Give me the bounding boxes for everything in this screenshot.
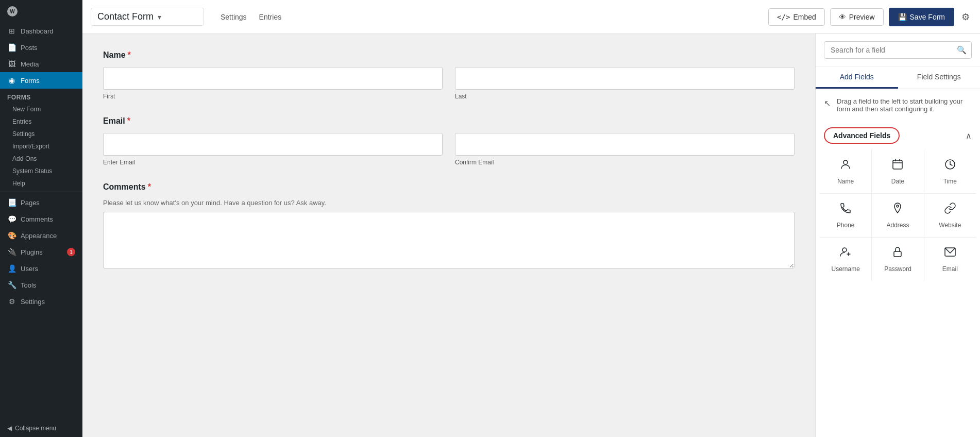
sidebar-item-label: Posts <box>21 44 38 52</box>
field-item-address[interactable]: Address <box>872 194 923 237</box>
phone-field-icon <box>839 202 852 217</box>
field-phone-label: Phone <box>837 222 855 229</box>
gear-button[interactable]: ⚙ <box>959 9 972 25</box>
tab-add-fields[interactable]: Add Fields <box>816 66 898 89</box>
sidebar-logo: W <box>0 0 82 23</box>
drag-hint-text: Drag a field to the left to start buildi… <box>837 97 972 113</box>
settings-icon: ⚙ <box>7 297 16 306</box>
search-field-container: 🔍 <box>816 34 980 66</box>
sidebar-item-label: Comments <box>21 215 53 223</box>
chevron-down-icon: ▾ <box>158 13 161 21</box>
plugins-icon: 🔌 <box>7 248 16 256</box>
field-name-label: Name <box>837 178 854 185</box>
field-item-username[interactable]: Username <box>820 238 871 281</box>
sidebar-item-users[interactable]: 👤 Users <box>0 260 82 277</box>
form-name-label: Contact Form <box>97 11 154 22</box>
email-confirm-sublabel: Confirm Email <box>455 159 795 166</box>
drag-hint: ↖ Drag a field to the left to start buil… <box>816 89 980 121</box>
field-item-date[interactable]: Date <box>872 150 923 193</box>
sidebar-item-comments[interactable]: 💬 Comments <box>0 211 82 227</box>
sidebar-item-dashboard[interactable]: ⊞ Dashboard <box>0 23 82 39</box>
sidebar-item-label: Appearance <box>21 232 57 240</box>
sidebar-sub-new-form[interactable]: New Form <box>0 103 82 115</box>
comments-field-label: Comments* <box>103 182 795 192</box>
email-confirm-input[interactable] <box>455 133 795 156</box>
right-panel: 🔍 Add Fields Field Settings ↖ Drag a fie… <box>815 34 980 437</box>
main-area: Contact Form ▾ Settings Entries </> Embe… <box>82 0 980 437</box>
fields-grid: Name Date Time <box>820 150 976 281</box>
preview-button[interactable]: 👁 Preview <box>830 8 884 26</box>
sidebar-item-settings[interactable]: ⚙ Settings <box>0 293 82 310</box>
sidebar-sub-settings[interactable]: Settings <box>0 128 82 140</box>
pages-icon: 📃 <box>7 198 16 207</box>
svg-point-6 <box>897 205 899 207</box>
sidebar-sub-import-export[interactable]: Import/Export <box>0 140 82 153</box>
sidebar-item-appearance[interactable]: 🎨 Appearance <box>0 227 82 244</box>
collapse-advanced-fields-icon[interactable]: ∧ <box>966 131 972 141</box>
sidebar-item-label: Plugins <box>21 248 43 256</box>
sidebar-sub-help[interactable]: Help <box>0 177 82 190</box>
field-item-phone[interactable]: Phone <box>820 194 871 237</box>
embed-code-icon: </> <box>777 13 790 21</box>
save-button[interactable]: 💾 Save Form <box>889 8 954 26</box>
email-confirm-col: Confirm Email <box>455 133 795 166</box>
address-field-icon <box>891 202 904 217</box>
sidebar-item-posts[interactable]: 📄 Posts <box>0 39 82 56</box>
field-item-website[interactable]: Website <box>924 194 976 237</box>
name-row: First Last <box>103 67 795 100</box>
field-item-name[interactable]: Name <box>820 150 871 193</box>
field-item-time[interactable]: Time <box>924 150 976 193</box>
comments-description: Please let us know what's on your mind. … <box>103 199 795 207</box>
website-field-icon <box>944 202 956 217</box>
field-address-label: Address <box>886 222 909 229</box>
name-first-col: First <box>103 67 443 100</box>
field-date-label: Date <box>891 178 904 185</box>
email-section: Email* Enter Email Confirm Email <box>103 116 795 166</box>
gear-icon: ⚙ <box>961 12 970 22</box>
search-field-wrapper: 🔍 <box>824 41 972 59</box>
sidebar-item-label: Dashboard <box>21 27 54 35</box>
sidebar-sub-entries[interactable]: Entries <box>0 115 82 128</box>
name-last-input[interactable] <box>455 67 795 90</box>
svg-point-7 <box>842 248 847 252</box>
svg-point-0 <box>843 160 848 164</box>
topbar-settings-link[interactable]: Settings <box>221 11 247 23</box>
save-icon: 💾 <box>898 13 907 21</box>
sidebar-item-media[interactable]: 🖼 Media <box>0 56 82 72</box>
cursor-icon: ↖ <box>824 98 831 108</box>
search-field-input[interactable] <box>824 41 972 59</box>
sidebar-item-plugins[interactable]: 🔌 Plugins 1 <box>0 244 82 260</box>
field-website-label: Website <box>939 222 961 229</box>
form-name-selector[interactable]: Contact Form ▾ <box>91 8 204 26</box>
sidebar-sub-add-ons[interactable]: Add-Ons <box>0 153 82 165</box>
name-first-input[interactable] <box>103 67 443 90</box>
field-item-email[interactable]: Email <box>924 238 976 281</box>
sidebar-item-pages[interactable]: 📃 Pages <box>0 194 82 211</box>
comments-textarea[interactable] <box>103 212 795 268</box>
plugins-badge: 1 <box>67 248 75 256</box>
name-first-sublabel: First <box>103 93 443 100</box>
email-enter-input[interactable] <box>103 133 443 156</box>
name-last-sublabel: Last <box>455 93 795 100</box>
topbar-entries-link[interactable]: Entries <box>259 11 282 23</box>
collapse-menu[interactable]: ◀ Collapse menu <box>0 419 82 437</box>
sidebar-sub-system-status[interactable]: System Status <box>0 165 82 177</box>
sidebar-item-tools[interactable]: 🔧 Tools <box>0 277 82 293</box>
collapse-icon: ◀ <box>7 425 12 432</box>
email-row: Enter Email Confirm Email <box>103 133 795 166</box>
field-item-password[interactable]: Password <box>872 238 923 281</box>
comments-required-star: * <box>148 182 151 191</box>
sidebar-item-label: Pages <box>21 199 40 207</box>
sidebar-item-label: Forms <box>21 77 40 85</box>
svg-rect-1 <box>893 160 902 169</box>
sidebar-item-forms[interactable]: ◉ Forms <box>0 72 82 89</box>
field-email-label: Email <box>942 265 958 273</box>
forms-icon: ◉ <box>7 76 16 85</box>
dashboard-icon: ⊞ <box>7 27 16 35</box>
appearance-icon: 🎨 <box>7 231 16 240</box>
tab-field-settings[interactable]: Field Settings <box>898 66 981 89</box>
topbar: Contact Form ▾ Settings Entries </> Embe… <box>82 0 980 34</box>
embed-button[interactable]: </> Embed <box>768 8 825 26</box>
email-field-label: Email* <box>103 116 795 126</box>
name-last-col: Last <box>455 67 795 100</box>
